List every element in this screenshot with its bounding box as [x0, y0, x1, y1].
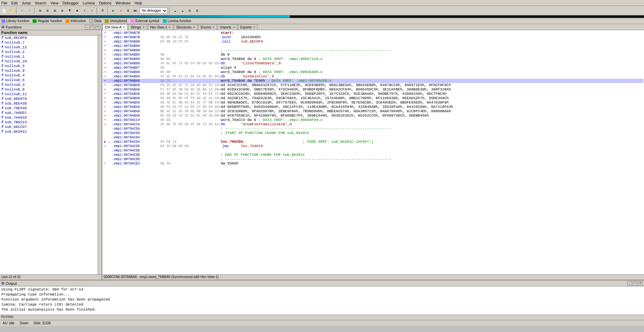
- menu-view[interactable]: View: [50, 1, 58, 5]
- menu-lumina[interactable]: Lumina: [83, 1, 95, 5]
- run-button[interactable]: ▶: [110, 7, 117, 14]
- code-line[interactable]: .vmp1:0079ACDA: [103, 135, 643, 140]
- code-line[interactable]: .vmp1:0079ACDD; ------------------------…: [103, 157, 643, 161]
- function-list-item[interactable]: fsub_79E54D: [0, 106, 98, 111]
- menu-file[interactable]: File: [1, 1, 7, 5]
- functions-close-btn[interactable]: ✕: [96, 25, 100, 29]
- function-list-item[interactable]: fnullsub_2: [0, 50, 98, 54]
- menu-windows[interactable]: Windows: [115, 1, 130, 5]
- tb-btn-10[interactable]: ⚡: [89, 7, 95, 14]
- tab-ida-view[interactable]: IDA View-A✕: [102, 24, 127, 30]
- code-line[interactable]: •.vmp1:0079AB8843 6C 6F 73 65 54 68 65 6…: [103, 61, 643, 66]
- output-float-btn[interactable]: □: [633, 281, 637, 286]
- output-close-btn[interactable]: ✕: [638, 281, 643, 286]
- code-view[interactable]: •.vmp1:0079AB7Bstart:•.vmp1:0079AB7B68 9…: [102, 30, 644, 274]
- tb-btn-4[interactable]: ⚙: [44, 7, 51, 14]
- code-line[interactable]: •.vmp1:0079ABA8BE AF 1C 3E 30 8E 0B 38 8…: [103, 109, 643, 114]
- code-line[interactable]: .vmp1:0079ACDD; END OF FUNCTION CHUNK FO…: [103, 153, 643, 157]
- function-list-item[interactable]: fnullsub_6: [0, 78, 98, 82]
- code-line[interactable]: •.vmp1:0079AB8600 00word_79AB86 dw 0 ; D…: [103, 57, 643, 61]
- tb-btn-extra2[interactable]: ⚙: [194, 7, 201, 14]
- tb-btn-extra[interactable]: ⚙: [186, 7, 193, 14]
- tb-btn-A[interactable]: A: [99, 7, 106, 14]
- open-button[interactable]: 📂: [8, 7, 15, 14]
- code-line[interactable]: •.vmp1:0079ABA8B8 4E 03 8B C6 8C 97 64 E…: [103, 92, 643, 96]
- code-line[interactable]: •.vmp1:0079ABA88F 38 20 C0 3C D2 8C D9 6…: [103, 114, 643, 118]
- function-list-item[interactable]: fsub_7A0EEC: [0, 111, 98, 115]
- tab-close-ida-view[interactable]: ✕: [123, 26, 125, 29]
- code-line[interactable]: .vmp1:0079ACDA; START OF FUNCTION CHUNK …: [103, 131, 643, 135]
- menu-help[interactable]: Help: [135, 1, 142, 5]
- tb-btn-3[interactable]: ⚙: [37, 7, 44, 14]
- tb-btn-9[interactable]: ⚡: [81, 7, 88, 14]
- lumina-btn[interactable]: ☁: [172, 7, 178, 14]
- new-button[interactable]: 📄: [1, 7, 7, 14]
- code-line[interactable]: •.vmp1:0079ACC400 00word_79ACC4 dw 0 ; D…: [103, 118, 643, 122]
- code-line[interactable]: •.vmp1:0079AB8500db 0: [103, 53, 643, 57]
- function-list-item[interactable]: fnullsub_9: [0, 68, 98, 73]
- code-line[interactable]: •.vmp1:0079ABA8F0 2C AF 2C 7C 26 83 B8 E…: [103, 83, 643, 87]
- code-line[interactable]: •.vmp1:0079AB7Bstart:: [103, 31, 643, 35]
- menu-jump[interactable]: Jump: [22, 1, 31, 5]
- code-line[interactable]: •.vmp1:0079ACC645 6E 75 6D 46 6F 6E 74 4…: [103, 122, 643, 127]
- code-line[interactable]: •.vmp1:0079AB9700align 4: [103, 66, 643, 70]
- code-line[interactable]: •.vmp1:0079AB9A47 6C 6F 62 61 6C 41 6C 6…: [103, 74, 643, 79]
- code-line[interactable]: •.vmp1:0079ABA885 89 9C 0F CF F0 00 3C 9…: [103, 96, 643, 101]
- step-button[interactable]: ⏭: [132, 7, 139, 14]
- function-list-item[interactable]: fnullsub_3: [0, 82, 98, 87]
- tab-close-strings[interactable]: ✕: [143, 26, 145, 29]
- tab-exports[interactable]: Exports✕: [238, 24, 258, 30]
- function-list-item[interactable]: fsub_7AA91D: [0, 115, 98, 120]
- tab-structures[interactable]: Structures✕: [174, 24, 198, 30]
- function-list-item[interactable]: fnullsub_1: [0, 54, 98, 59]
- code-line[interactable]: •.vmp1:0079ABA88D F0 84 CF A2 EE C3 5D 6…: [103, 105, 643, 109]
- forward-button[interactable]: →: [26, 7, 33, 14]
- tab-close-enums[interactable]: ✕: [212, 26, 215, 29]
- tb-btn-7[interactable]: ▼: [66, 7, 73, 14]
- function-list-item[interactable]: fnullsub_8: [0, 87, 98, 92]
- tb-btn-lumina2[interactable]: ☁: [179, 7, 186, 14]
- function-list-item[interactable]: fnullsub_10: [0, 59, 98, 64]
- menu-edit[interactable]: Edit: [11, 1, 18, 5]
- tb-btn-8[interactable]: ▲: [74, 7, 80, 14]
- functions-minimize-btn[interactable]: _: [85, 25, 90, 29]
- stop-button[interactable]: ✕: [117, 7, 124, 14]
- code-line[interactable]: •.vmp1:0079ABA8F1 57 95 3B E8 9C 3A B0 1…: [103, 87, 643, 92]
- function-list-item[interactable]: fsub_8A201C: [0, 129, 98, 134]
- menu-search[interactable]: Search: [35, 1, 47, 5]
- code-line[interactable]: •.vmp1:0079ABA858 7E EC 5B 03 04 3C 47 D…: [103, 101, 643, 105]
- code-line[interactable]: ▶↓.vmp1:0079ACDA83 FB 14loc_79ACDA: ; CO…: [103, 140, 643, 144]
- tab-close-exports[interactable]: ✕: [253, 26, 255, 29]
- code-line[interactable]: •.vmp1:0079AB80: [103, 44, 643, 48]
- functions-float-btn[interactable]: □: [90, 25, 95, 29]
- function-list-item[interactable]: fsub_7B0215: [0, 120, 98, 125]
- code-line[interactable]: •.vmp1:0079ABA696 7Eword_79ABA6 dw 7E96h…: [103, 79, 643, 83]
- code-line[interactable]: •.vmp1:0079AB80; -----------------------…: [103, 48, 643, 53]
- code-line[interactable]: .vmp1:0079ACDA; ------------------------…: [103, 127, 643, 131]
- navigation-bar[interactable]: [0, 15, 644, 18]
- tab-imports[interactable]: Imports✕: [218, 24, 237, 30]
- tab-strings[interactable]: Strings✕: [128, 24, 147, 30]
- code-line[interactable]: •.vmp1:0079ACDDE9 34 8B 00 00jmploc_7A38…: [103, 144, 643, 148]
- tab-enums[interactable]: Enums✕: [198, 24, 217, 30]
- code-line[interactable]: •.vmp1:0079AB80E8 6B 1D F5 FFcallsub_6EC…: [103, 40, 643, 44]
- back-button[interactable]: ←: [19, 7, 25, 14]
- function-list-item[interactable]: fsub_6EE43D: [0, 101, 98, 106]
- code-line[interactable]: •.vmp1:0079AB9800 00word_79AB98 dw 0 ; D…: [103, 70, 643, 74]
- output-minimize-btn[interactable]: _: [627, 281, 632, 286]
- function-list-item[interactable]: fnullsub_12: [0, 45, 98, 50]
- debugger-select[interactable]: No debugger: [140, 8, 168, 14]
- tab-hex-view[interactable]: Hex View-1✕: [148, 24, 173, 30]
- menu-debugger[interactable]: Debugger: [62, 1, 78, 5]
- menu-options[interactable]: Options: [99, 1, 112, 5]
- functions-scrollbar[interactable]: [98, 36, 102, 274]
- code-line[interactable]: •.vmp1:0079AB7B68 9E 56 A1 1Epush1EA1569…: [103, 35, 643, 40]
- code-line[interactable]: .vmp1:0079ACDD: [103, 148, 643, 153]
- function-list-item[interactable]: fnullsub_4: [0, 73, 98, 78]
- functions-list[interactable]: fsub_6EC8F0fnullsub_7fnullsub_12fnullsub…: [0, 36, 98, 274]
- tb-btn-5[interactable]: ⚙: [52, 7, 58, 14]
- function-list-item[interactable]: fsub_88CCD7: [0, 125, 98, 129]
- function-list-item[interactable]: fsub_6EE070: [0, 96, 98, 101]
- pause-button[interactable]: ⏸: [125, 7, 131, 14]
- tab-close-structures[interactable]: ✕: [193, 26, 195, 29]
